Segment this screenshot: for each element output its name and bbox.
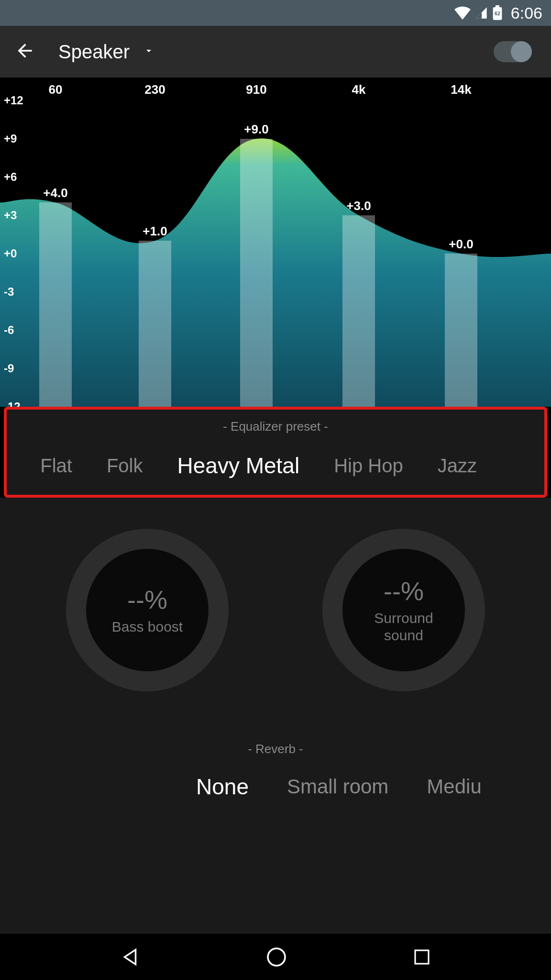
background-filler	[0, 828, 551, 933]
nav-back-icon[interactable]	[119, 946, 141, 968]
reverb-option[interactable]: None	[177, 774, 268, 800]
reverb-scroller[interactable]: NoneSmall roomMediu	[0, 774, 551, 800]
battery-icon: 62	[492, 5, 503, 21]
eq-band-value: +4.0	[43, 186, 67, 200]
preset-section-label: - Equalizer preset -	[7, 419, 544, 434]
eq-gain-label: +3	[4, 209, 17, 222]
bass-boost-label: Bass boost	[112, 618, 183, 635]
eq-band-slider[interactable]	[139, 241, 171, 407]
reverb-section-label: - Reverb -	[0, 742, 551, 757]
svg-rect-1	[496, 5, 499, 8]
eq-freq-label: 4k	[352, 82, 366, 97]
eq-freq-label: 230	[144, 82, 165, 97]
status-icons: 62 6:06	[454, 4, 542, 22]
back-arrow-icon[interactable]	[14, 40, 35, 63]
eq-band-value: +3.0	[346, 199, 371, 213]
preset-scroller[interactable]: eFlatFolkHeavy MetalHip HopJazz	[7, 451, 544, 480]
android-nav-bar	[0, 933, 551, 980]
knobs-section: --% Bass boost --% Surroundsound	[0, 498, 551, 732]
reverb-option[interactable]: Small room	[268, 775, 408, 798]
toggle-knob	[511, 41, 532, 62]
preset-option[interactable]: e	[7, 455, 23, 477]
preset-option[interactable]: Folk	[89, 455, 160, 477]
app-bar: Speaker	[0, 26, 551, 78]
eq-band-value: +0.0	[449, 237, 473, 252]
reverb-option[interactable]: Mediu	[408, 775, 500, 798]
eq-gain-label: -6	[4, 323, 14, 337]
eq-gain-label: +12	[4, 94, 23, 107]
eq-band-value: +1.0	[143, 224, 167, 239]
reverb-section: - Reverb - NoneSmall roomMediu	[0, 732, 551, 828]
eq-gain-label: -9	[4, 362, 14, 375]
preset-option[interactable]: Heavy Metal	[160, 453, 317, 479]
output-selector-label[interactable]: Speaker	[58, 41, 130, 63]
bass-boost-value: --%	[127, 585, 167, 614]
nav-home-icon[interactable]	[265, 946, 288, 969]
signal-icon	[474, 6, 488, 20]
eq-band-slider[interactable]	[445, 254, 477, 407]
eq-gain-label: -3	[4, 285, 14, 299]
eq-enable-toggle[interactable]	[494, 41, 532, 62]
equalizer-preset-section: - Equalizer preset - eFlatFolkHeavy Meta…	[4, 407, 547, 498]
eq-freq-label: 910	[246, 82, 266, 97]
preset-option[interactable]: Hip Hop	[317, 455, 420, 477]
eq-band-value: +9.0	[244, 122, 268, 137]
eq-band-slider[interactable]	[342, 215, 375, 407]
svg-text:62: 62	[495, 11, 500, 16]
status-bar: 62 6:06	[0, 0, 551, 26]
eq-gain-label: +0	[4, 247, 17, 260]
preset-option[interactable]: Jazz	[420, 455, 494, 477]
eq-freq-label: 60	[49, 82, 63, 97]
surround-sound-value: --%	[384, 576, 424, 606]
eq-chart[interactable]: 602309104k14k +12+9+6+3+0-3-6-9-12 +4.0+…	[0, 78, 551, 407]
svg-rect-4	[415, 950, 429, 964]
eq-band-slider[interactable]	[240, 139, 273, 407]
eq-gain-labels: +12+9+6+3+0-3-6-9-12	[0, 78, 29, 407]
svg-point-3	[268, 948, 285, 966]
wifi-icon	[454, 6, 471, 20]
status-time: 6:06	[511, 4, 542, 22]
eq-gain-label: +9	[4, 132, 17, 145]
nav-recents-icon[interactable]	[412, 947, 432, 967]
eq-gain-label: +6	[4, 170, 17, 184]
surround-sound-label: Surroundsound	[374, 610, 433, 644]
preset-option[interactable]: Flat	[23, 455, 89, 477]
surround-sound-knob[interactable]: --% Surroundsound	[322, 529, 485, 691]
eq-band-slider[interactable]	[39, 202, 72, 407]
dropdown-caret-icon[interactable]	[143, 45, 154, 58]
eq-freq-label: 14k	[451, 82, 471, 97]
bass-boost-knob[interactable]: --% Bass boost	[66, 529, 229, 691]
eq-gain-label: -12	[4, 400, 21, 407]
eq-freq-labels: 602309104k14k	[0, 82, 551, 97]
